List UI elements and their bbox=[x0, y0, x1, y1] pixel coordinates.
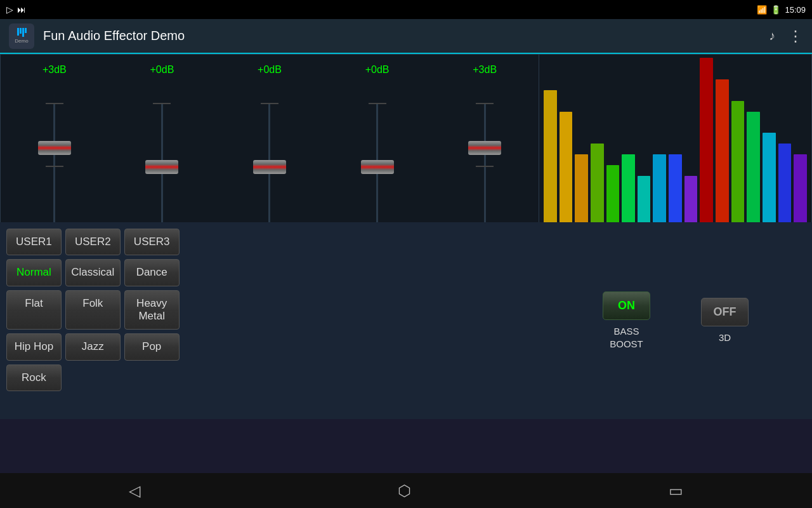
bass-boost-group: ON BASSBOOST bbox=[603, 291, 650, 350]
preset-btn-pop[interactable]: Pop bbox=[124, 333, 180, 360]
eq-track-14khz[interactable] bbox=[484, 103, 486, 230]
preset-btn-heavy-metal[interactable]: Heavy Metal bbox=[124, 290, 180, 330]
title-icons: ♪ ⋮ bbox=[769, 27, 803, 45]
eq-db-label-3k6hz: +0dB bbox=[365, 64, 390, 76]
eq-track-60hz[interactable] bbox=[53, 103, 55, 230]
app-title: Fun Audio Effector Demo bbox=[43, 29, 769, 43]
eq-handle-910hz[interactable] bbox=[253, 160, 286, 174]
threedee-group: OFF 3D bbox=[701, 298, 749, 344]
bass-boost-label: BASSBOOST bbox=[610, 325, 643, 350]
title-bar: Demo Fun Audio Effector Demo ♪ ⋮ bbox=[0, 19, 812, 54]
status-bar: ▷ ⏭ 📶 🔋 15:09 bbox=[0, 0, 812, 19]
presets-panel: USER1USER2USER3NormalClassicalDanceFlatF… bbox=[0, 222, 539, 419]
signal-icon: 📶 bbox=[757, 5, 767, 15]
preset-btn-dance[interactable]: Dance bbox=[124, 259, 180, 286]
recents-button[interactable]: ▭ bbox=[656, 478, 696, 504]
right-controls: ON BASSBOOST OFF 3D bbox=[539, 222, 812, 419]
eq-db-label-14khz: +3dB bbox=[473, 64, 497, 76]
preset-btn-hip-hop[interactable]: Hip Hop bbox=[6, 333, 62, 360]
user-preset-btn-3[interactable]: USER3 bbox=[124, 229, 180, 255]
status-right: 📶 🔋 15:09 bbox=[757, 5, 806, 15]
presets-grid: USER1USER2USER3NormalClassicalDanceFlatF… bbox=[6, 229, 180, 391]
status-left: ▷ ⏭ bbox=[6, 4, 26, 15]
eq-handle-14khz[interactable] bbox=[468, 141, 501, 155]
bass-boost-button[interactable]: ON bbox=[603, 291, 650, 320]
nav-bar: ◁ ⬡ ▭ bbox=[0, 473, 812, 508]
menu-icon[interactable]: ⋮ bbox=[788, 27, 803, 45]
bass-boost-state: ON bbox=[618, 299, 635, 312]
bottom-panel: USER1USER2USER3NormalClassicalDanceFlatF… bbox=[0, 222, 812, 419]
battery-icon: 🔋 bbox=[771, 5, 781, 15]
threedee-state: OFF bbox=[714, 305, 737, 319]
eq-track-910hz[interactable] bbox=[268, 103, 270, 230]
threedee-label: 3D bbox=[719, 331, 731, 344]
user-preset-btn-1[interactable]: USER1 bbox=[6, 229, 62, 255]
media-icon: ⏭ bbox=[17, 4, 26, 15]
time-display: 15:09 bbox=[785, 5, 806, 15]
preset-btn-classical[interactable]: Classical bbox=[65, 259, 121, 286]
eq-db-label-230hz: +0dB bbox=[150, 64, 174, 76]
eq-handle-3k6hz[interactable] bbox=[361, 160, 394, 174]
eq-handle-230hz[interactable] bbox=[145, 160, 178, 174]
preset-btn-normal[interactable]: Normal bbox=[6, 259, 62, 286]
eq-db-label-910hz: +0dB bbox=[258, 64, 282, 76]
eq-track-230hz[interactable] bbox=[161, 103, 163, 230]
app-icon: Demo bbox=[9, 23, 34, 49]
threedee-button[interactable]: OFF bbox=[701, 298, 749, 326]
user-preset-btn-2[interactable]: USER2 bbox=[65, 229, 121, 255]
preset-btn-jazz[interactable]: Jazz bbox=[65, 333, 121, 360]
preset-btn-rock[interactable]: Rock bbox=[6, 364, 62, 391]
back-button[interactable]: ◁ bbox=[116, 478, 153, 504]
eq-handle-60hz[interactable] bbox=[38, 141, 71, 155]
eq-db-label-60hz: +3dB bbox=[43, 64, 67, 76]
eq-track-3k6hz[interactable] bbox=[376, 103, 378, 230]
play-icon: ▷ bbox=[6, 4, 13, 15]
preset-btn-folk[interactable]: Folk bbox=[65, 290, 121, 330]
music-icon[interactable]: ♪ bbox=[769, 29, 775, 43]
preset-btn-flat[interactable]: Flat bbox=[6, 290, 62, 330]
home-button[interactable]: ⬡ bbox=[385, 478, 424, 504]
